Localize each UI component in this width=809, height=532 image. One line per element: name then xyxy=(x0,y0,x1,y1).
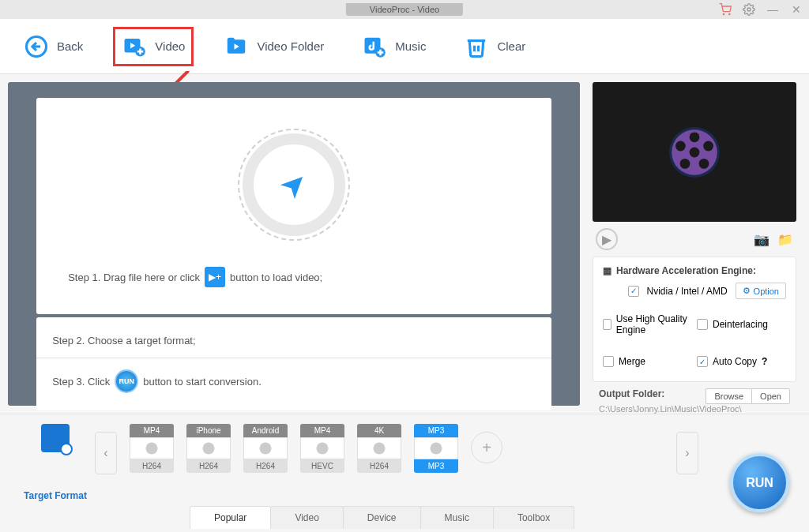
tab-popular[interactable]: Popular xyxy=(190,506,271,529)
settings-icon[interactable] xyxy=(743,3,755,16)
hardware-panel: ▦Hardware Acceleration Engine: Nvidia / … xyxy=(593,257,796,382)
browse-button[interactable]: Browse xyxy=(706,388,751,404)
target-format-label: Target Format xyxy=(16,490,95,501)
format-4k-h264[interactable]: 4KH264 xyxy=(357,424,401,473)
svg-point-24 xyxy=(317,443,329,455)
format-mp4-hevc[interactable]: MP4HEVC xyxy=(300,424,344,473)
format-android-h264[interactable]: AndroidH264 xyxy=(243,424,288,473)
window-title: VideoProc - Video xyxy=(346,3,463,16)
autocopy-checkbox[interactable] xyxy=(697,356,708,367)
tab-video[interactable]: Video xyxy=(270,506,343,529)
tab-toolbox[interactable]: Toolbox xyxy=(493,506,574,529)
add-folder-button[interactable]: Video Folder xyxy=(216,28,332,66)
svg-point-18 xyxy=(699,159,709,169)
deint-checkbox[interactable] xyxy=(697,319,708,330)
minimize-icon[interactable]: — xyxy=(766,3,779,16)
toolbar: Back Video Video Folder Music Clear xyxy=(0,19,809,74)
back-button[interactable]: Back xyxy=(16,28,91,66)
option-button[interactable]: ⚙Option xyxy=(736,283,786,299)
play-button[interactable]: ▶ xyxy=(596,228,618,250)
svg-point-21 xyxy=(146,443,158,455)
target-format-icon xyxy=(41,424,70,452)
add-format-button[interactable]: + xyxy=(471,432,502,463)
chip-icon: ▦ xyxy=(603,265,611,276)
merge-checkbox[interactable] xyxy=(603,356,614,367)
cart-icon[interactable] xyxy=(719,3,732,16)
svg-point-2 xyxy=(747,8,751,11)
preview-panel xyxy=(593,82,796,222)
output-path: C:\Users\Jonny.Lin\Music\VideoProc\ xyxy=(599,403,790,414)
hq-checkbox[interactable] xyxy=(603,319,611,330)
svg-point-20 xyxy=(675,140,686,151)
format-mp3-mp3[interactable]: MP3MP3 xyxy=(414,424,458,473)
svg-point-22 xyxy=(203,443,215,455)
tab-device[interactable]: Device xyxy=(343,506,421,529)
svg-point-26 xyxy=(431,443,442,455)
formats-prev[interactable]: ‹ xyxy=(95,432,117,474)
formats-next[interactable]: › xyxy=(676,432,698,474)
run-button[interactable]: RUN xyxy=(730,453,789,512)
format-bar: Target Format ‹ MP4H264iPhoneH264Android… xyxy=(0,414,809,532)
add-music-button[interactable]: Music xyxy=(354,28,434,66)
open-button[interactable]: Open xyxy=(751,388,790,404)
format-mp4-h264[interactable]: MP4H264 xyxy=(130,424,174,473)
svg-point-1 xyxy=(729,13,730,14)
tab-music[interactable]: Music xyxy=(420,506,494,529)
step-1: Step 1. Drag file here or click ▶+ butto… xyxy=(52,256,536,298)
format-tabs: PopularVideoDeviceMusicToolbox xyxy=(190,506,574,529)
snapshot-icon[interactable]: 📷 xyxy=(754,232,769,247)
svg-point-25 xyxy=(374,443,386,455)
music-icon xyxy=(362,34,387,59)
open-folder-icon[interactable]: 📁 xyxy=(777,232,793,247)
svg-point-17 xyxy=(703,140,713,151)
trash-icon xyxy=(464,34,489,59)
title-bar: VideoProc - Video — ✕ xyxy=(0,0,809,19)
svg-point-23 xyxy=(260,443,272,455)
run-mini-icon: RUN xyxy=(115,369,138,393)
folder-icon xyxy=(224,34,249,59)
drop-target-icon: ➤ xyxy=(243,133,345,236)
gear-icon: ⚙ xyxy=(743,286,751,296)
video-mini-icon: ▶+ xyxy=(205,267,225,287)
output-label: Output Folder: xyxy=(599,388,664,399)
reel-icon xyxy=(663,121,726,184)
accel-checkbox[interactable] xyxy=(628,286,639,297)
svg-point-19 xyxy=(680,159,690,169)
svg-point-15 xyxy=(690,147,700,157)
back-icon xyxy=(24,34,49,59)
video-icon xyxy=(122,34,147,59)
add-video-button[interactable]: Video xyxy=(113,27,194,66)
drop-area[interactable]: ➤ Step 1. Drag file here or click ▶+ but… xyxy=(8,82,580,406)
step-2: Step 2. Choose a target format; xyxy=(36,324,551,358)
close-icon[interactable]: ✕ xyxy=(790,3,803,16)
format-iphone-h264[interactable]: iPhoneH264 xyxy=(186,424,231,473)
clear-button[interactable]: Clear xyxy=(456,28,533,66)
help-icon[interactable]: ? xyxy=(762,356,767,367)
svg-point-16 xyxy=(690,132,700,142)
step-3: Step 3. Click RUN button to start conver… xyxy=(36,358,551,404)
svg-point-0 xyxy=(723,13,724,14)
